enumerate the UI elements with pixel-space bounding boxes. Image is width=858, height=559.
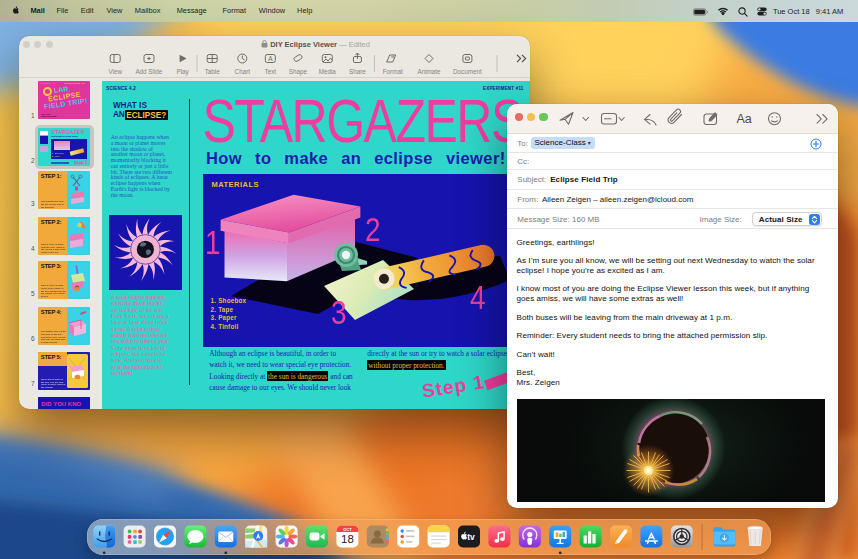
svg-text:18: 18: [341, 533, 354, 545]
svg-text:Shape: Shape: [288, 67, 307, 75]
svg-text:Table: Table: [204, 67, 220, 74]
svg-text:OCT: OCT: [343, 527, 352, 532]
svg-text:A: A: [268, 55, 273, 62]
svg-text:Media: Media: [318, 67, 336, 74]
svg-text:Document: Document: [453, 67, 482, 74]
svg-text:Animate: Animate: [417, 67, 441, 74]
svg-text:Play: Play: [176, 67, 189, 75]
svg-text:Chart: Chart: [234, 67, 250, 74]
svg-text:Format: Format: [382, 67, 402, 74]
svg-text:View: View: [108, 67, 122, 74]
svg-text:Aa: Aa: [736, 112, 751, 126]
svg-text:Text: Text: [264, 67, 276, 74]
svg-text:Add Slide: Add Slide: [135, 67, 162, 74]
svg-text:tv: tv: [467, 532, 475, 542]
svg-text:Share: Share: [348, 67, 365, 74]
